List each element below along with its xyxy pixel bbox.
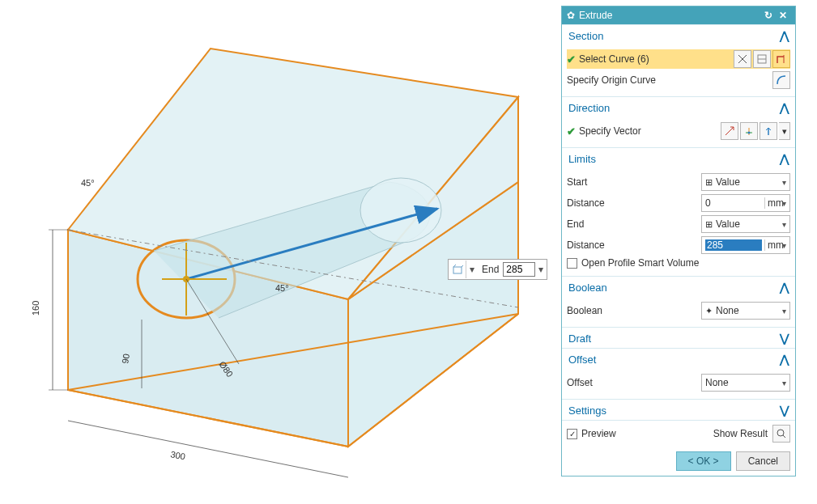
end-label: End bbox=[567, 218, 701, 230]
gear-icon[interactable]: ✿ bbox=[567, 10, 575, 21]
none-icon: ✦ bbox=[705, 306, 713, 316]
close-icon[interactable]: ✕ bbox=[776, 10, 790, 21]
start-type-field[interactable]: ⊞ Value ▾ bbox=[701, 173, 790, 191]
dim-height: 160 bbox=[31, 301, 40, 316]
specify-vector-row[interactable]: ✔ Specify Vector ▾ bbox=[567, 121, 790, 141]
vector-dialog-icon[interactable] bbox=[740, 122, 758, 140]
distance-label: Distance bbox=[567, 197, 701, 209]
chevron-down-icon: ▾ bbox=[782, 199, 786, 208]
end-distance-row: Distance 285 mm ▾ bbox=[567, 235, 790, 255]
vector-dropdown[interactable]: ▾ bbox=[779, 122, 790, 140]
dim-depth: 90 bbox=[120, 353, 131, 364]
chevron-down-icon: ▾ bbox=[782, 220, 786, 229]
inline-dropdown[interactable]: ▾ bbox=[466, 264, 478, 275]
footer-row: ✓ Preview Show Result bbox=[562, 420, 795, 447]
distance-label: Distance bbox=[567, 239, 701, 251]
select-curve-row[interactable]: ✔ Select Curve (6) bbox=[567, 49, 790, 69]
check-icon: ✔ bbox=[567, 53, 576, 66]
inferred-vector-icon[interactable] bbox=[760, 122, 777, 140]
settings-title: Settings bbox=[568, 404, 606, 417]
offset-title: Offset bbox=[568, 354, 596, 366]
viewport-3d[interactable]: 160 300 90 45° 45° Ø80 bbox=[0, 0, 559, 504]
section-head-boolean[interactable]: Boolean ⋀ bbox=[562, 276, 795, 297]
end-distance-field[interactable]: 285 mm ▾ bbox=[701, 236, 790, 254]
check-icon: ✔ bbox=[567, 125, 576, 138]
button-row: < OK > Cancel bbox=[562, 447, 795, 476]
chevron-down-icon: ▾ bbox=[782, 178, 786, 187]
reset-icon[interactable]: ↻ bbox=[761, 10, 776, 21]
inline-value-input[interactable] bbox=[503, 262, 535, 277]
chevron-up-icon: ⋀ bbox=[780, 29, 789, 42]
svg-point-18 bbox=[748, 132, 751, 134]
open-profile-checkbox[interactable]: Open Profile Smart Volume bbox=[567, 257, 790, 269]
inline-unit-dropdown[interactable]: ▾ bbox=[535, 264, 547, 275]
offset-row: Offset None ▾ bbox=[567, 373, 790, 392]
preview-label: Preview bbox=[581, 428, 616, 439]
offset-field[interactable]: None ▾ bbox=[701, 374, 790, 392]
show-result-icon[interactable] bbox=[772, 425, 790, 443]
extrude-icon bbox=[449, 260, 466, 278]
direction-title: Direction bbox=[568, 102, 610, 114]
preview-checkbox[interactable]: ✓ Preview bbox=[567, 428, 616, 439]
chevron-down-icon: ▾ bbox=[782, 241, 786, 250]
show-result-label: Show Result bbox=[713, 428, 768, 439]
start-distance-row: Distance 0 mm ▾ bbox=[567, 193, 790, 213]
curve-rule-icon[interactable] bbox=[753, 50, 771, 68]
select-curve-label: Select Curve (6) bbox=[579, 53, 732, 65]
end-type-field[interactable]: ⊞ Value ▾ bbox=[701, 215, 790, 233]
section-head-direction[interactable]: Direction ⋀ bbox=[562, 96, 795, 117]
cancel-button[interactable]: Cancel bbox=[736, 451, 790, 471]
svg-line-9 bbox=[462, 265, 463, 267]
panel-titlebar[interactable]: ✿ Extrude ↻ ✕ bbox=[562, 6, 795, 24]
inline-label: End bbox=[478, 264, 503, 275]
svg-line-21 bbox=[783, 435, 785, 438]
chevron-down-icon: ⋁ bbox=[780, 332, 789, 345]
section-head-section[interactable]: Section ⋀ bbox=[562, 24, 795, 45]
section-title: Section bbox=[568, 30, 603, 42]
specify-vector-label: Specify Vector bbox=[579, 125, 719, 137]
svg-rect-7 bbox=[453, 267, 462, 273]
boolean-title: Boolean bbox=[568, 282, 607, 294]
specify-origin-row[interactable]: Specify Origin Curve bbox=[567, 70, 790, 90]
limits-title: Limits bbox=[568, 153, 596, 165]
extrude-panel: ✿ Extrude ↻ ✕ Section ⋀ ✔ Select Curve (… bbox=[561, 6, 796, 476]
chevron-up-icon: ⋀ bbox=[780, 101, 789, 114]
svg-line-15 bbox=[726, 127, 734, 135]
section-head-offset[interactable]: Offset ⋀ bbox=[562, 348, 795, 369]
section-head-draft[interactable]: Draft ⋁ bbox=[562, 327, 795, 348]
panel-title: Extrude bbox=[579, 10, 761, 21]
start-type-row: Start ⊞ Value ▾ bbox=[567, 172, 790, 192]
reverse-direction-icon[interactable] bbox=[721, 122, 738, 140]
inline-end-input[interactable]: ▾ End ▾ bbox=[448, 259, 547, 280]
value-icon: ⊞ bbox=[705, 177, 713, 188]
dim-width: 300 bbox=[170, 449, 186, 461]
stop-at-intersection-icon[interactable] bbox=[772, 50, 790, 68]
start-distance-field[interactable]: 0 mm ▾ bbox=[701, 194, 790, 212]
open-profile-label: Open Profile Smart Volume bbox=[581, 257, 699, 269]
draft-title: Draft bbox=[568, 332, 591, 345]
chevron-up-icon: ⋀ bbox=[780, 152, 789, 165]
start-label: Start bbox=[567, 176, 701, 188]
specify-origin-label: Specify Origin Curve bbox=[567, 74, 771, 86]
boolean-row: Boolean ✦ None ▾ bbox=[567, 301, 790, 320]
origin-curve-icon[interactable] bbox=[772, 71, 790, 89]
dim-angle1: 45° bbox=[81, 178, 95, 188]
chevron-down-icon: ▾ bbox=[782, 307, 786, 316]
chevron-up-icon: ⋀ bbox=[780, 353, 789, 366]
ok-button[interactable]: < OK > bbox=[676, 451, 731, 471]
sketch-section-icon[interactable] bbox=[734, 50, 751, 68]
checkbox-checked: ✓ bbox=[567, 429, 577, 439]
chevron-down-icon: ▾ bbox=[782, 379, 786, 388]
end-type-row: End ⊞ Value ▾ bbox=[567, 214, 790, 234]
section-head-limits[interactable]: Limits ⋀ bbox=[562, 147, 795, 168]
section-head-settings[interactable]: Settings ⋁ bbox=[562, 399, 795, 420]
value-icon: ⊞ bbox=[705, 219, 713, 230]
checkbox-box bbox=[567, 258, 577, 269]
dim-angle2: 45° bbox=[275, 283, 289, 293]
svg-point-20 bbox=[777, 430, 784, 436]
chevron-down-icon: ⋁ bbox=[780, 404, 789, 417]
boolean-field[interactable]: ✦ None ▾ bbox=[701, 302, 790, 320]
chevron-up-icon: ⋀ bbox=[780, 281, 789, 294]
offset-label: Offset bbox=[567, 377, 701, 388]
boolean-label: Boolean bbox=[567, 305, 701, 316]
